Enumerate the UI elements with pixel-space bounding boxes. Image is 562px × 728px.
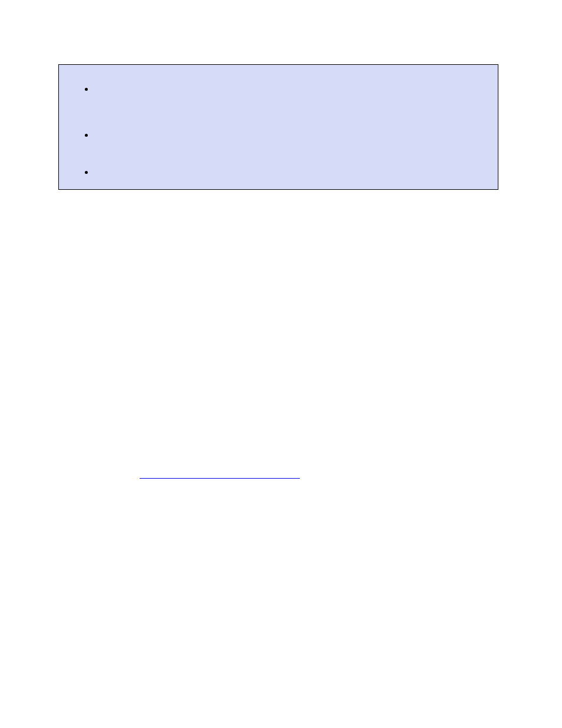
bullet-list (94, 84, 486, 177)
document-page (0, 0, 562, 728)
bullet-item (94, 84, 486, 94)
bullet-item (94, 130, 486, 140)
highlight-box (58, 64, 498, 190)
bullet-item (94, 167, 486, 177)
hyperlink-underline[interactable] (140, 478, 300, 479)
